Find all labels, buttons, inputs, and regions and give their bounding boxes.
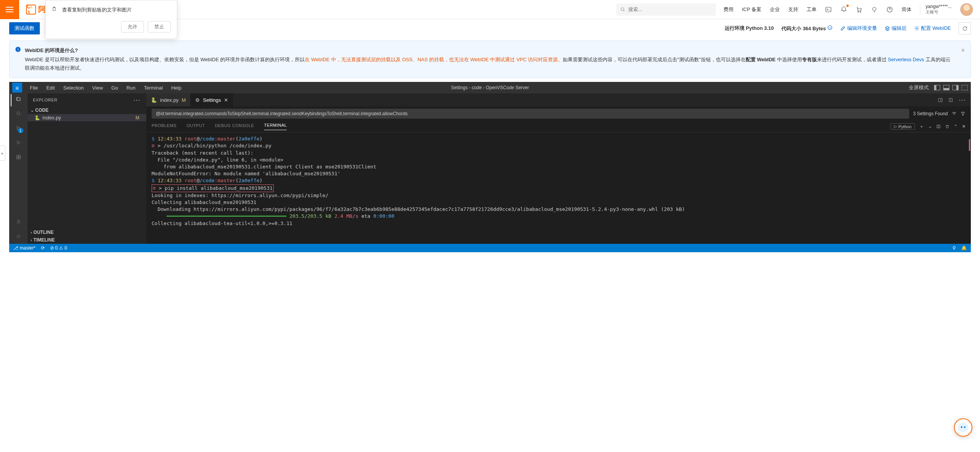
menu-view[interactable]: View [88, 83, 107, 92]
edit-icon [840, 26, 846, 31]
new-terminal-icon[interactable]: ＋ [920, 124, 924, 129]
file-index-py[interactable]: 🐍 index.py M [28, 114, 146, 121]
menu-file[interactable]: File [26, 83, 42, 92]
info-icon[interactable] [827, 25, 833, 30]
problems-tab[interactable]: PROBLEMS [152, 123, 176, 130]
tab-settings[interactable]: ⚙ Settings ✕ [191, 93, 233, 106]
help-icon[interactable] [886, 6, 893, 13]
filter-icon[interactable] [960, 111, 965, 116]
svg-point-13 [18, 48, 18, 49]
svg-point-17 [16, 129, 18, 130]
deny-button[interactable]: 禁止 [148, 21, 171, 33]
settings-search-input[interactable] [152, 109, 909, 119]
settings-icon[interactable] [16, 234, 21, 240]
customize-layout-icon[interactable] [962, 85, 968, 90]
editor-tabs: 🐍 index.py M ⚙ Settings ✕ ⋯ [146, 93, 971, 106]
svg-point-3 [858, 11, 859, 12]
menu-run[interactable]: Run [122, 83, 139, 92]
scm-tab[interactable]: 1 [16, 126, 21, 132]
explorer-more-icon[interactable]: ⋯ [133, 96, 141, 104]
expand-sidebar-handle[interactable]: ▸ [0, 145, 5, 161]
menu-edit[interactable]: Edit [42, 83, 59, 92]
account-icon[interactable] [16, 219, 21, 225]
maximize-panel-icon[interactable]: ⌃ [954, 124, 957, 129]
global-search[interactable] [616, 3, 716, 16]
nav-support[interactable]: 支持 [788, 6, 798, 13]
config-webide-link[interactable]: 配置 WebIDE [914, 25, 951, 32]
menu-terminal[interactable]: Terminal [140, 83, 167, 92]
kill-terminal-icon[interactable] [945, 124, 949, 129]
fullscreen-toggle[interactable]: 全屏模式 [909, 84, 929, 91]
nav-enterprise[interactable]: 企业 [770, 6, 780, 13]
notice-close[interactable]: ✕ [961, 46, 965, 55]
python-tab-icon: 🐍 [151, 97, 157, 103]
toggle-sidebar-icon[interactable] [934, 85, 940, 90]
scm-badge: 1 [18, 128, 23, 133]
open-editors-icon[interactable] [948, 98, 953, 103]
menu-help[interactable]: Help [167, 83, 185, 92]
runtime-info: 运行环境 Python 3.10 [725, 25, 774, 32]
editor-more-icon[interactable]: ⋯ [959, 96, 966, 104]
new-terminal-dropdown-icon[interactable]: ⌄ [928, 124, 932, 129]
nav-cost[interactable]: 费用 [724, 6, 733, 13]
avatar[interactable] [960, 3, 973, 16]
serverless-devs-link[interactable]: Serverless Devs [888, 57, 924, 62]
timeline-section[interactable]: ›TIMELINE [28, 236, 146, 244]
close-panel-icon[interactable]: ✕ [962, 124, 965, 129]
status-feedback-icon[interactable]: ⚲ [952, 245, 956, 251]
terminal-tab[interactable]: TERMINAL [264, 123, 287, 130]
menu-go[interactable]: Go [108, 83, 122, 92]
cart-icon[interactable] [856, 6, 862, 13]
svg-rect-20 [19, 155, 20, 157]
hamburger-menu[interactable] [0, 0, 19, 19]
brand-logo[interactable]: C-J 阿 [26, 4, 46, 15]
refresh-button[interactable] [959, 22, 971, 34]
header-right: 费用 ICP 备案 企业 支持 工单 简体 yangw*****... 主账号 [724, 3, 980, 16]
status-bell-icon[interactable]: 🔔 [961, 245, 967, 251]
split-terminal-icon[interactable] [936, 124, 941, 129]
notice-body: WebIDE 是可以帮助开发者快速进行代码测试，以及项目构建、依赖安装，但是 W… [25, 55, 955, 72]
terminal-profile[interactable]: ▷ Python [890, 123, 915, 130]
split-editor-icon[interactable] [938, 98, 943, 103]
scroll-indicator [969, 139, 970, 151]
run-tab[interactable] [16, 140, 21, 146]
notice-info-icon [15, 46, 21, 52]
menu-selection[interactable]: Selection [59, 83, 87, 92]
output-tab[interactable]: OUTPUT [186, 123, 205, 130]
extensions-tab[interactable] [16, 155, 21, 161]
idea-icon[interactable] [871, 6, 878, 13]
close-tab-icon[interactable]: ✕ [224, 97, 228, 103]
gear-icon [914, 26, 920, 31]
explorer-sidebar: EXPLORER ⋯ ⌄CODE 🐍 index.py M ›OUTLINE ›… [28, 93, 146, 244]
status-sync[interactable]: ⟳ [41, 245, 45, 251]
search-tab[interactable] [16, 111, 21, 117]
assistant-chat-button[interactable] [954, 418, 972, 437]
search-input[interactable] [628, 7, 712, 12]
code-section-header[interactable]: ⌄CODE [28, 106, 146, 114]
cloud-shell-icon[interactable] [825, 6, 832, 13]
settings-found-count: 3 Settings Found [913, 111, 948, 116]
traceback-line: Traceback (most recent call last): [152, 150, 965, 157]
bell-icon[interactable] [840, 5, 847, 12]
tab-index-py[interactable]: 🐍 index.py M [146, 93, 191, 106]
lang-switch[interactable]: 简体 [902, 6, 911, 13]
status-problems[interactable]: ⊘ 0 ⚠ 0 [50, 245, 67, 251]
notice-title: WebIDE 的环境是什么? [25, 46, 955, 55]
nav-ticket[interactable]: 工单 [807, 6, 817, 13]
explorer-tab[interactable] [16, 96, 21, 103]
edit-env-link[interactable]: 编辑环境变量 [840, 25, 877, 32]
allow-button[interactable]: 允许 [121, 21, 144, 33]
terminal-content[interactable]: $ 12:43:33 root@/code:master(2a0effe) ⊘ … [146, 132, 971, 244]
status-branch[interactable]: ⎇ master* [13, 245, 36, 251]
file-name: index.py [42, 115, 61, 121]
debug-tab[interactable]: DEBUG CONSOLE [215, 123, 254, 130]
clear-filter-icon[interactable] [952, 111, 957, 116]
nav-icp[interactable]: ICP 备案 [742, 6, 761, 13]
toggle-secondary-icon[interactable] [952, 85, 959, 90]
edit-layer-link[interactable]: 编辑层 [885, 25, 906, 32]
outline-section[interactable]: ›OUTLINE [28, 228, 146, 236]
user-info[interactable]: yangw*****... 主账号 [920, 4, 952, 15]
highlighted-command: ⊘ > pip install alibabacloud_mse20190531 [152, 184, 274, 192]
test-function-button[interactable]: 测试函数 [9, 22, 40, 34]
toggle-panel-icon[interactable] [943, 85, 949, 90]
